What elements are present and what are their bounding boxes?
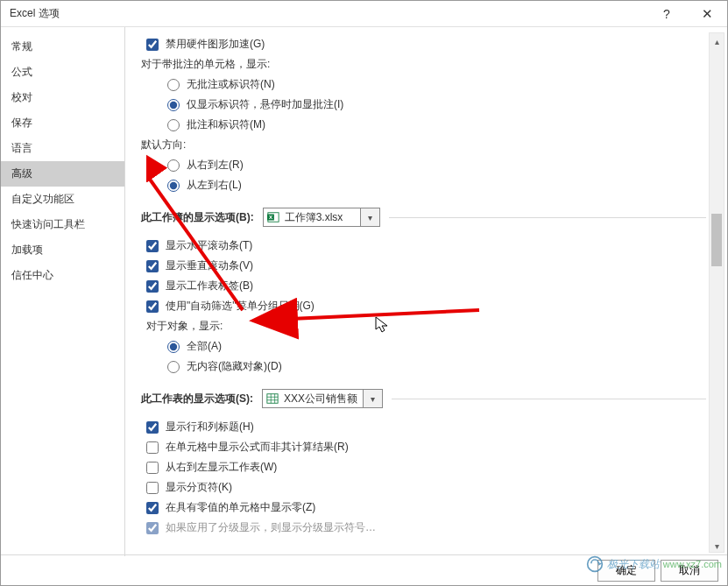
section-rule — [389, 217, 706, 218]
objects-none-label: 无内容(隐藏对象)(D) — [187, 359, 282, 374]
sidebar-item-quick-access[interactable]: 快速访问工具栏 — [1, 212, 124, 237]
show-row-col-headings-label: 显示行和列标题(H) — [166, 420, 254, 434]
sheet-combo-value: XXX公司销售额 — [284, 392, 357, 406]
sidebar-item-advanced[interactable]: 高级 — [1, 161, 124, 187]
show-zeros-checkbox[interactable] — [146, 502, 159, 514]
workbook-combo-dropdown-icon[interactable]: ▾ — [361, 208, 380, 227]
window-title: Excel 选项 — [10, 6, 60, 21]
disable-hw-accel-label: 禁用硬件图形加速(G) — [166, 37, 265, 52]
comment-both-label: 批注和标识符(M) — [187, 117, 265, 132]
comment-none-label: 无批注或标识符(N) — [187, 77, 275, 92]
show-outline-symbols-checkbox[interactable] — [146, 522, 159, 534]
show-outline-symbols-label: 如果应用了分级显示，则显示分级显示符号… — [166, 520, 376, 535]
show-sheet-tabs-checkbox[interactable] — [146, 280, 159, 293]
close-button[interactable]: ✕ — [687, 1, 727, 27]
show-vscroll-checkbox[interactable] — [146, 260, 159, 272]
disable-hw-accel-checkbox[interactable] — [146, 39, 159, 51]
show-page-breaks-checkbox[interactable] — [146, 482, 159, 494]
objects-group-title: 对于对象，显示: — [141, 316, 706, 336]
show-formulas-label: 在单元格中显示公式而非其计算结果(R) — [166, 440, 349, 455]
watermark-url: www.xz7.com — [663, 559, 722, 569]
sheet-combo[interactable]: XXX公司销售额 ▾ — [262, 389, 383, 408]
direction-group-title: 默认方向: — [141, 135, 706, 155]
objects-all-radio[interactable] — [167, 341, 180, 353]
comment-both-radio[interactable] — [167, 119, 180, 131]
workbook-combo-value: 工作簿3.xlsx — [285, 210, 343, 225]
show-row-col-headings-checkbox[interactable] — [146, 421, 159, 434]
sidebar-item-customize-ribbon[interactable]: 自定义功能区 — [1, 187, 124, 212]
dir-ltr-label: 从左到右(L) — [187, 178, 242, 193]
show-sheet-tabs-label: 显示工作表标签(B) — [166, 279, 253, 293]
sidebar-item-formulas[interactable]: 公式 — [1, 60, 124, 85]
sidebar: 常规 公式 校对 保存 语言 高级 自定义功能区 快速访问工具栏 加载项 信任中… — [1, 27, 124, 556]
comment-group-title: 对于带批注的单元格，显示: — [141, 54, 706, 74]
sheet-combo-dropdown-icon[interactable]: ▾ — [364, 389, 383, 408]
dir-rtl-label: 从右到左(R) — [187, 158, 244, 173]
workbook-icon: X — [267, 211, 279, 223]
dir-rtl-radio[interactable] — [167, 159, 180, 172]
watermark-brand: 极光下载站 — [607, 557, 660, 572]
show-formulas-checkbox[interactable] — [146, 441, 159, 454]
section-rule-2 — [392, 399, 706, 399]
vertical-scrollbar[interactable]: ▴ ▾ — [709, 32, 724, 553]
comment-indicator-label: 仅显示标识符，悬停时加显批注(I) — [187, 97, 343, 112]
scrollbar-thumb[interactable] — [711, 214, 722, 266]
autofilter-group-dates-label: 使用"自动筛选"菜单分组日期(G) — [166, 299, 315, 314]
sheet-section-title: 此工作表的显示选项(S): — [141, 392, 253, 406]
content-pane: 禁用硬件图形加速(G) 对于带批注的单元格，显示: 无批注或标识符(N) 仅显示… — [125, 27, 727, 556]
sidebar-item-addins[interactable]: 加载项 — [1, 237, 124, 263]
svg-rect-3 — [267, 394, 278, 404]
help-button[interactable]: ? — [647, 1, 687, 27]
workbook-combo[interactable]: X 工作簿3.xlsx ▾ — [263, 208, 380, 227]
scrollbar-track[interactable] — [710, 49, 724, 538]
sidebar-item-proofing[interactable]: 校对 — [1, 85, 124, 110]
sheet-icon — [266, 392, 279, 405]
show-zeros-label: 在具有零值的单元格中显示零(Z) — [166, 500, 315, 515]
scroll-up-icon[interactable]: ▴ — [710, 33, 724, 49]
comment-none-radio[interactable] — [167, 79, 180, 91]
show-page-breaks-label: 显示分页符(K) — [166, 480, 232, 495]
objects-none-radio[interactable] — [167, 361, 180, 373]
sidebar-item-save[interactable]: 保存 — [1, 110, 124, 136]
sidebar-item-general[interactable]: 常规 — [1, 34, 124, 60]
dir-ltr-radio[interactable] — [167, 180, 180, 192]
scroll-down-icon[interactable]: ▾ — [710, 538, 724, 554]
watermark-logo-icon — [586, 555, 604, 573]
show-hscroll-label: 显示水平滚动条(T) — [166, 238, 252, 253]
show-vscroll-label: 显示垂直滚动条(V) — [166, 258, 253, 273]
watermark: 极光下载站 www.xz7.com — [586, 555, 722, 573]
comment-indicator-radio[interactable] — [167, 99, 180, 111]
sheet-rtl-checkbox[interactable] — [146, 462, 159, 474]
workbook-section-title: 此工作簿的显示选项(B): — [141, 210, 254, 225]
sheet-rtl-label: 从右到左显示工作表(W) — [166, 460, 277, 475]
sidebar-item-trust-center[interactable]: 信任中心 — [1, 263, 124, 288]
autofilter-group-dates-checkbox[interactable] — [146, 300, 159, 313]
sidebar-item-language[interactable]: 语言 — [1, 136, 124, 161]
objects-all-label: 全部(A) — [187, 339, 222, 354]
show-hscroll-checkbox[interactable] — [146, 240, 159, 252]
